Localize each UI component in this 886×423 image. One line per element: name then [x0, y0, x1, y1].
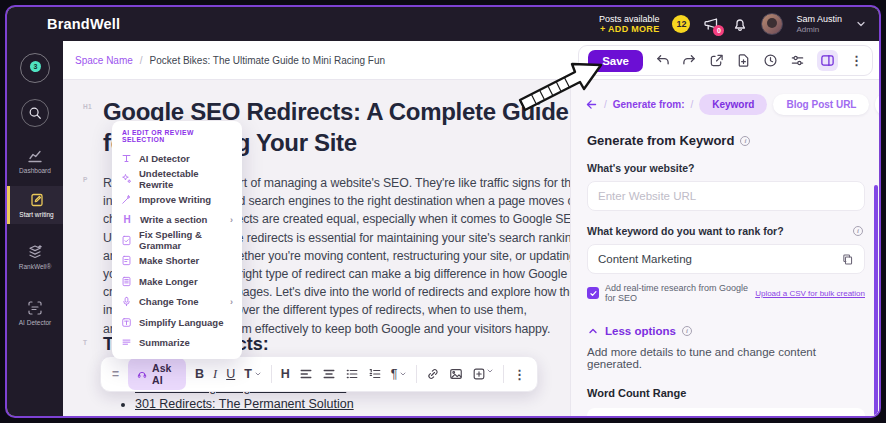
save-button[interactable]: Save	[588, 50, 643, 72]
notifications-button[interactable]	[732, 16, 748, 32]
keyword-input[interactable]	[598, 253, 833, 265]
editor-canvas[interactable]: H1 Google SEO Redirects: A Complete Guid…	[63, 80, 570, 416]
menu-item-make-longer[interactable]: Make Longer	[112, 271, 242, 292]
posts-count-badge: 12	[672, 15, 690, 33]
ai-menu-header: AI EDIT OR REVIEW SELECTION	[112, 129, 242, 143]
sidebar-item-label: Dashboard	[19, 167, 51, 174]
more-options-kebab-icon[interactable]: ⋮	[850, 53, 863, 68]
sidebar-item-label: RankWell®	[19, 263, 51, 270]
redo-icon[interactable]	[682, 53, 697, 68]
create-new-button[interactable]: + 3	[20, 53, 50, 83]
numbered-list-icon[interactable]	[368, 367, 382, 381]
underline-button[interactable]: U	[226, 367, 235, 381]
bullet-list-icon[interactable]	[345, 367, 359, 381]
website-label: What's your website?	[587, 162, 863, 174]
menu-item-undetectable-rewrite[interactable]: Undetectable Rewrite	[112, 169, 242, 190]
toolbar-divider	[271, 365, 272, 383]
menu-item-summarize[interactable]: Summarize	[112, 333, 242, 354]
sidebar-item-ai-detector[interactable]: AI Detector	[7, 294, 63, 332]
menu-item-make-shorter[interactable]: Make Shorter	[112, 251, 242, 272]
user-avatar[interactable]	[761, 13, 783, 35]
settings-sliders-icon[interactable]	[790, 53, 805, 68]
insert-block-button[interactable]	[472, 367, 494, 381]
headset-icon	[137, 368, 147, 381]
tab-keyword[interactable]: Keyword	[699, 94, 767, 115]
export-file-icon[interactable]	[736, 53, 751, 68]
toolbar-divider	[503, 365, 504, 383]
tab-partial[interactable]	[875, 93, 879, 116]
sidebar-item-label: AI Detector	[19, 319, 52, 326]
add-more-link[interactable]: + ADD MORE	[600, 24, 659, 34]
menu-item-change-tone[interactable]: Change Tone›	[112, 292, 242, 313]
undo-icon[interactable]	[655, 53, 670, 68]
info-icon[interactable]: i	[853, 226, 863, 236]
paragraph-style-button[interactable]: ¶	[391, 367, 408, 381]
menu-item-ai-detector[interactable]: AI Detector	[112, 148, 242, 169]
insert-image-icon[interactable]	[449, 367, 463, 381]
side-panel-toggle-icon[interactable]	[817, 50, 838, 71]
sidebar-item-start-writing[interactable]: Start writing	[7, 186, 63, 224]
italic-button[interactable]: I	[213, 367, 217, 382]
history-clock-icon[interactable]	[763, 53, 778, 68]
align-left-icon[interactable]	[299, 367, 313, 381]
header-band: Space Name / Pocket Bikes: The Ultimate …	[63, 41, 879, 80]
sidebar-search-button[interactable]	[21, 99, 49, 127]
bell-icon	[732, 16, 748, 32]
align-center-icon[interactable]	[322, 367, 336, 381]
drag-handle-icon[interactable]: =	[112, 367, 119, 381]
heading-button[interactable]: H	[281, 367, 290, 381]
sidebar-item-label: Start writing	[19, 211, 53, 218]
panel-scrollbar[interactable]	[874, 185, 878, 416]
website-input[interactable]	[598, 190, 854, 202]
menu-item-simplify-language[interactable]: Simplify Language	[112, 312, 242, 333]
user-menu-chevron-down-icon[interactable]	[855, 18, 867, 30]
h1-tag-label: H1	[83, 103, 92, 110]
upload-csv-link[interactable]: Upload a CSV for bulk creation	[755, 289, 865, 298]
tab-blog-post-url[interactable]: Blog Post URL	[773, 94, 869, 115]
write-document-icon	[29, 192, 45, 208]
insert-link-icon[interactable]	[426, 367, 440, 381]
less-options-toggle[interactable]: Less optionsi	[587, 325, 863, 337]
external-link-icon[interactable]	[709, 53, 724, 68]
announcements-button[interactable]: 0	[703, 16, 719, 32]
copy-icon[interactable]	[841, 253, 854, 266]
breadcrumb-title: Pocket Bikes: The Ultimate Guide to Mini…	[150, 55, 385, 66]
top-bar: BrandWell Posts available + ADD MORE 12 …	[7, 7, 879, 41]
announcements-badge: 0	[713, 25, 724, 36]
ask-ai-button[interactable]: Ask AI	[128, 358, 186, 390]
ai-edit-menu: AI EDIT OR REVIEW SELECTION AI Detector …	[112, 121, 242, 359]
options-description: Add more details to tune and change cont…	[587, 346, 863, 370]
menu-item-improve-writing[interactable]: Improve Writing	[112, 189, 242, 210]
divider: /	[690, 99, 693, 110]
format-toolbar: = Ask AI B I U T H ¶	[100, 356, 538, 392]
keyword-field-wrap	[587, 244, 865, 274]
t-tag-label: T	[83, 339, 87, 346]
dashboard-chart-icon	[27, 148, 43, 164]
user-info: Sam Austin Admin	[796, 14, 842, 34]
research-checkbox[interactable]	[587, 287, 599, 299]
menu-item-fix-spelling-grammar[interactable]: Fix Spelling & Grammar	[112, 230, 242, 251]
menu-item-write-a-section[interactable]: HWrite a section›	[112, 210, 242, 231]
word-count-select[interactable]: 2,000 to 3,000 words (default)	[587, 408, 865, 416]
back-arrow-icon[interactable]	[585, 98, 598, 111]
sidebar-item-rankwell[interactable]: RankWell®	[7, 238, 63, 276]
website-field-wrap	[587, 181, 865, 211]
info-icon[interactable]: i	[740, 136, 750, 146]
info-icon[interactable]: i	[682, 326, 692, 336]
check-icon	[589, 289, 598, 298]
word-count-label: Word Count Range	[587, 387, 863, 399]
panel-heading: Generate from Keywordi	[587, 133, 863, 148]
document-toolbar: Save ⋮	[578, 45, 873, 76]
layers-icon	[27, 244, 43, 260]
toolbar-more-kebab-icon[interactable]: ⋮	[513, 367, 526, 382]
p-tag-label: P	[83, 176, 88, 183]
breadcrumb-space[interactable]: Space Name	[75, 55, 133, 66]
sidebar-item-dashboard[interactable]: Dashboard	[7, 142, 63, 180]
list-item: 301 Redirects: The Permanent Solution	[135, 396, 354, 413]
user-name: Sam Austin	[796, 14, 842, 25]
keyword-label: What keyword do you want to rank for?i	[587, 225, 863, 237]
toolbar-divider	[416, 365, 417, 383]
bold-button[interactable]: B	[195, 367, 204, 381]
text-style-button[interactable]: T	[244, 367, 262, 381]
brand-logo[interactable]: BrandWell	[25, 16, 120, 32]
